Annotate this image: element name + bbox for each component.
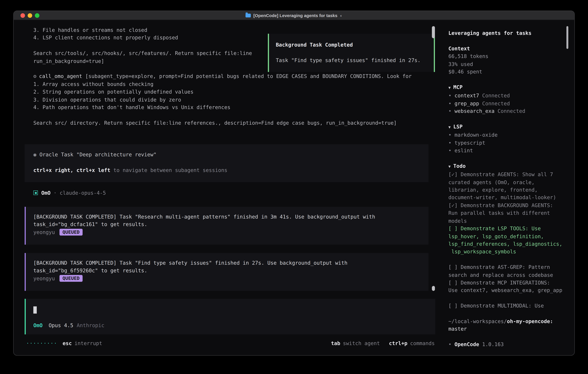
lsp-item: •markdown-oxide: [448, 131, 568, 139]
chevron-down-icon: ▼: [448, 125, 451, 129]
spacer: [448, 310, 568, 317]
commands-key-hint: ctrl+p: [389, 339, 408, 347]
context-heading: Context: [448, 44, 568, 52]
mcp-server-name: websearch_exa: [454, 107, 494, 115]
lsp-server-name: typescript: [454, 139, 485, 146]
todo-item-pending: [ ] Demonstrate MULTIMODAL: Use: [448, 302, 568, 310]
agent-model: claude-opus-4-5: [60, 189, 106, 197]
workspace-path: ~/local-workspaces/: [448, 318, 507, 324]
minimize-button[interactable]: [28, 13, 32, 18]
lsp-item: •typescript: [448, 139, 568, 146]
tool-args: [subagent_type=explore, prompt=Find pote…: [82, 73, 412, 79]
scrollback-line: Search src/ directory. Return specific f…: [33, 119, 438, 126]
oracle-task-card: ◉Oracle Task "Deep architecture review" …: [25, 144, 428, 182]
app-version: 1.0.163: [482, 341, 504, 348]
scrollback-line: 3. File handles or streams not closed: [33, 26, 438, 34]
tool-name: call_omo_agent: [39, 73, 82, 79]
mcp-heading-label: MCP: [453, 84, 462, 90]
todo-item-active: [ ] Demonstrate LSP TOOLS: Use lsp_hover…: [448, 225, 568, 256]
workspace-repo: oh-my-opencode:: [507, 318, 553, 324]
lsp-heading-label: LSP: [453, 123, 462, 129]
close-button[interactable]: [21, 13, 25, 18]
mcp-server-name: context7: [454, 92, 479, 99]
window-title-text: [OpenCode] Leveraging agents for tasks: [253, 13, 337, 18]
mcp-server-status: Connected: [482, 100, 510, 107]
app-window: [OpenCode] Leveraging agents for tasks ◐…: [13, 10, 575, 356]
message-author: yeongyu: [33, 228, 55, 236]
toast-body: Task "Find type safety issues" finished …: [276, 56, 427, 64]
mcp-section: ▼MCP •context7Connected •grep_appConnect…: [448, 83, 568, 115]
scrollback-line: 2. String operations on potentially unde…: [33, 88, 438, 96]
todo-section: ▼Todo [✓] Demonstrate AGENTS: Show all 7…: [448, 162, 568, 310]
traffic-lights: [21, 13, 39, 18]
session-sidebar: Leveraging agents for tasks Context 66,5…: [441, 20, 574, 356]
mcp-server-status: Connected: [482, 92, 510, 99]
spacer: [448, 333, 568, 341]
active-agent-label: OmO: [33, 321, 42, 329]
window-title: [OpenCode] Leveraging agents for tasks ◐: [245, 13, 342, 18]
keyboard-hint-text: to navigate between subagent sessions: [110, 167, 227, 173]
terminal-pane[interactable]: 3. File handles or streams not closed 4.…: [14, 20, 441, 356]
sidebar-scrollbar-thumb[interactable]: [567, 26, 568, 49]
bullet-icon: •: [448, 139, 452, 146]
separator-dot: ·: [53, 189, 57, 197]
timer-icon: ◐: [340, 13, 342, 18]
todo-item-pending: [ ] Demonstrate AST-GREP: Pattern search…: [448, 263, 568, 279]
mcp-heading[interactable]: ▼MCP: [448, 83, 568, 92]
lsp-item: •eslint: [448, 147, 568, 154]
app-name: OpenCode: [454, 341, 479, 348]
main-scrollbar-thumb-lower[interactable]: [432, 286, 435, 291]
gear-icon: ⚙: [33, 73, 36, 79]
mcp-server-status: Connected: [498, 107, 525, 115]
message-footer: yeongyu QUEUED: [33, 228, 421, 236]
spacer: [448, 294, 568, 302]
todo-heading-label: Todo: [453, 163, 466, 169]
lsp-server-name: eslint: [454, 147, 473, 154]
chevron-down-icon: ▼: [448, 85, 451, 90]
titlebar[interactable]: [OpenCode] Leveraging agents for tasks ◐: [14, 11, 574, 20]
context-used: 33% used: [448, 60, 568, 68]
bullet-icon: •: [448, 100, 452, 107]
background-task-message: [BACKGROUND TASK COMPLETED] Task "Find t…: [25, 253, 428, 291]
workspace-branch: master: [448, 325, 568, 333]
esc-key-hint: esc: [63, 339, 72, 347]
chevron-down-icon: ▼: [448, 164, 451, 168]
oracle-spacer: [33, 158, 420, 166]
active-model-label: Opus 4.5: [49, 321, 73, 329]
prompt-input[interactable]: OmO Opus 4.5 Anthropic: [25, 299, 435, 334]
spacer: [448, 256, 568, 263]
background-task-toast[interactable]: Background Task Completed Task "Find typ…: [268, 34, 435, 72]
background-task-message: [BACKGROUND TASK COMPLETED] Task "Resear…: [25, 207, 428, 245]
scrollback-line: 4. Path operations that don't handle Win…: [33, 104, 438, 111]
input-footer: OmO Opus 4.5 Anthropic: [33, 321, 428, 329]
keyboard-hint-keys: ctrl+x right, ctrl+x left: [33, 167, 110, 173]
lsp-section: ▼LSP •markdown-oxide •typescript •eslint: [448, 123, 568, 154]
radio-circle-icon: ◉: [33, 151, 36, 157]
main-scrollbar-thumb[interactable]: [432, 26, 435, 38]
agent-square-icon: [33, 191, 38, 195]
window-content: 3. File handles or streams not closed 4.…: [14, 20, 574, 356]
bullet-icon: •: [448, 92, 452, 99]
scrollback-line: 1. Array access without bounds checking: [33, 80, 438, 88]
lsp-heading[interactable]: ▼LSP: [448, 123, 568, 131]
queued-badge: QUEUED: [60, 229, 83, 236]
zoom-button[interactable]: [35, 13, 39, 18]
lsp-server-name: markdown-oxide: [454, 131, 498, 139]
message-line-1: [BACKGROUND TASK COMPLETED] Task "Resear…: [33, 213, 421, 220]
message-line-2: task_id="bg_dcfac161" to get results.: [33, 220, 421, 228]
mcp-item: •context7Connected: [448, 92, 568, 99]
bullet-icon: •: [448, 341, 452, 348]
screen: [OpenCode] Leveraging agents for tasks ◐…: [0, 0, 588, 374]
toast-title: Background Task Completed: [276, 41, 427, 49]
toast-spacer: [276, 49, 427, 56]
bullet-icon: •: [448, 131, 452, 139]
mcp-server-name: grep_app: [454, 100, 479, 107]
app-version-row: • OpenCode 1.0.163: [448, 341, 568, 348]
message-footer: yeongyu QUEUED: [33, 274, 421, 282]
oracle-task-title: Oracle Task "Deep architecture review": [40, 151, 157, 157]
todo-heading[interactable]: ▼Todo: [448, 162, 568, 170]
status-right: tab switch agent ctrl+p commands: [331, 339, 435, 347]
status-bar: ········· esc interrupt tab switch agent…: [26, 339, 435, 347]
todo-item-done: [✓] Demonstrate BACKGROUND AGENTS: Run p…: [448, 201, 568, 225]
queued-badge: QUEUED: [60, 275, 83, 282]
